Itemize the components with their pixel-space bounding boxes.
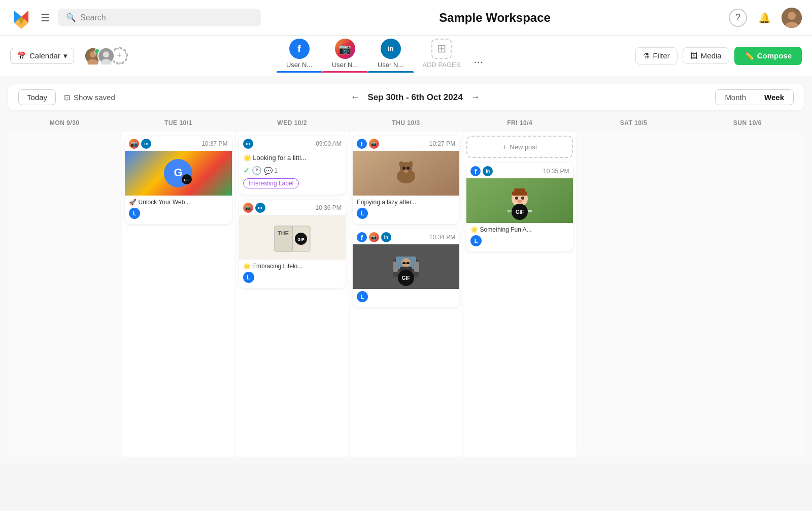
day-label-sun: SUN 10/6 <box>691 116 804 130</box>
day-col-sun <box>691 132 804 457</box>
social-li: in <box>141 139 151 149</box>
day-label-sat: SAT 10/5 <box>577 116 690 130</box>
calendar-label: Calendar <box>29 51 60 60</box>
svg-rect-39 <box>407 262 410 264</box>
compose-button[interactable]: ✏️ Compose <box>734 47 802 65</box>
prev-arrow[interactable]: ← <box>351 92 360 103</box>
social-li: in <box>243 139 253 149</box>
app-logo[interactable] <box>10 7 32 29</box>
workspace-title: Sample Workspace <box>261 11 729 25</box>
day-col-thu: f 📷 10:27 PM <box>350 132 462 457</box>
social-ig: 📷 <box>369 232 379 242</box>
svg-text:GIF: GIF <box>184 178 190 182</box>
svg-point-29 <box>402 167 405 170</box>
post-time: 10:34 PM <box>429 234 455 241</box>
post-title: 🌟 Looking for a littl... <box>239 151 346 165</box>
day-col-tue: 📷 in 10:37 PM G GIF 🚀 Unlock Your Web... <box>122 132 234 457</box>
tab-instagram[interactable]: 📷 User N... <box>322 39 368 73</box>
linkedin-tab-label: User N... <box>378 61 403 69</box>
day-label-wed: WED 10/2 <box>236 116 349 130</box>
svg-point-45 <box>521 197 524 200</box>
search-text: Search <box>80 13 106 22</box>
post-card-p6[interactable]: f in 10:35 PM <box>466 163 573 251</box>
facebook-tab-label: User N... <box>286 61 312 69</box>
notifications-button[interactable]: 🔔 <box>755 9 773 27</box>
day-col-wed: in 09:00 AM 🌟 Looking for a littl... ✓ 🕐… <box>236 132 349 457</box>
next-arrow[interactable]: → <box>471 92 480 103</box>
svg-text:+: + <box>117 51 121 59</box>
user-avatar[interactable] <box>782 8 802 28</box>
tab-facebook[interactable]: f User N... <box>277 39 322 73</box>
search-bar[interactable]: 🔍 Search <box>58 9 261 26</box>
l-badge: L <box>129 208 140 219</box>
user-avatar-2[interactable] <box>97 47 115 65</box>
show-saved-icon: ⊡ <box>64 93 71 102</box>
l-badge: L <box>357 208 368 219</box>
day-col-sat <box>577 132 690 457</box>
calendar-icon: 📅 <box>17 51 26 60</box>
help-button[interactable]: ? <box>729 9 747 27</box>
more-button[interactable]: ··· <box>469 55 487 69</box>
social-li: in <box>381 232 391 242</box>
compose-icon: ✏️ <box>745 51 754 60</box>
post-card-p1[interactable]: 📷 in 10:37 PM G GIF 🚀 Unlock Your Web... <box>125 136 231 224</box>
filter-button[interactable]: ⚗ Filter <box>635 47 677 65</box>
tab-linkedin[interactable]: in User N... <box>368 39 414 73</box>
day-label-thu: THU 10/3 <box>350 116 462 130</box>
post-title: Enjoying a lazy after... <box>353 196 459 207</box>
social-li: in <box>483 166 493 176</box>
post-card-p3[interactable]: 📷 in 10:36 PM THE GIF 🌟 <box>239 200 346 288</box>
new-post-button[interactable]: + New post <box>466 136 573 158</box>
svg-point-44 <box>515 197 518 200</box>
facebook-icon: f <box>289 39 310 59</box>
add-pages-button[interactable]: ⊞ ADD PAGES <box>414 39 470 73</box>
today-button[interactable]: Today <box>18 89 56 105</box>
show-saved-toggle[interactable]: ⊡ Show saved <box>64 93 115 102</box>
svg-point-8 <box>90 51 96 57</box>
clock-icon: 🕐 <box>252 166 262 175</box>
svg-rect-43 <box>514 188 525 194</box>
svg-point-46 <box>517 200 522 203</box>
media-button[interactable]: 🖼 Media <box>683 47 729 64</box>
media-icon: 🖼 <box>690 51 698 60</box>
svg-rect-38 <box>402 262 405 264</box>
svg-point-5 <box>788 12 796 20</box>
post-time: 10:35 PM <box>543 168 569 175</box>
day-col-fri: + New post f in 10:35 PM <box>463 132 576 457</box>
svg-point-31 <box>403 170 409 173</box>
calendar-chevron: ▾ <box>63 51 67 60</box>
svg-point-11 <box>103 51 109 57</box>
svg-point-30 <box>407 167 410 170</box>
day-label-mon: MON 9/30 <box>8 116 121 130</box>
post-title: 🌟 Embracing Lifelo... <box>239 260 346 271</box>
post-time: 09:00 AM <box>316 140 342 147</box>
comment-icon: 💬 <box>264 167 273 175</box>
add-pages-icon: ⊞ <box>431 39 452 59</box>
svg-text:GIF: GIF <box>297 237 304 242</box>
post-card-p2[interactable]: in 09:00 AM 🌟 Looking for a littl... ✓ 🕐… <box>239 136 346 195</box>
post-time: 10:36 PM <box>315 204 341 211</box>
l-badge: L <box>243 272 254 283</box>
filter-icon: ⚗ <box>643 51 650 60</box>
day-label-fri: FRI 10/4 <box>463 116 576 130</box>
post-time: 10:27 PM <box>429 140 455 147</box>
l-badge: L <box>357 291 368 302</box>
label-tag: Interesting Label <box>243 178 299 188</box>
post-card-p4[interactable]: f 📷 10:27 PM <box>353 136 459 224</box>
menu-icon[interactable]: ☰ <box>41 12 50 24</box>
post-time: 10:37 PM <box>201 140 227 147</box>
linkedin-icon: in <box>381 39 401 59</box>
post-card-p5[interactable]: f 📷 in 10:34 PM <box>353 229 459 307</box>
add-pages-label: ADD PAGES <box>423 61 461 69</box>
svg-text:G: G <box>174 166 183 179</box>
calendar-button[interactable]: 📅 Calendar ▾ <box>10 48 74 64</box>
svg-text:THE: THE <box>278 230 289 236</box>
search-icon: 🔍 <box>66 13 76 22</box>
month-view-button[interactable]: Month <box>716 90 755 105</box>
week-view-button[interactable]: Week <box>755 90 793 105</box>
svg-rect-36 <box>393 262 398 272</box>
social-li: in <box>255 203 265 213</box>
instagram-icon: 📷 <box>335 39 355 59</box>
day-label-tue: TUE 10/1 <box>122 116 234 130</box>
social-ig: 📷 <box>129 139 139 149</box>
